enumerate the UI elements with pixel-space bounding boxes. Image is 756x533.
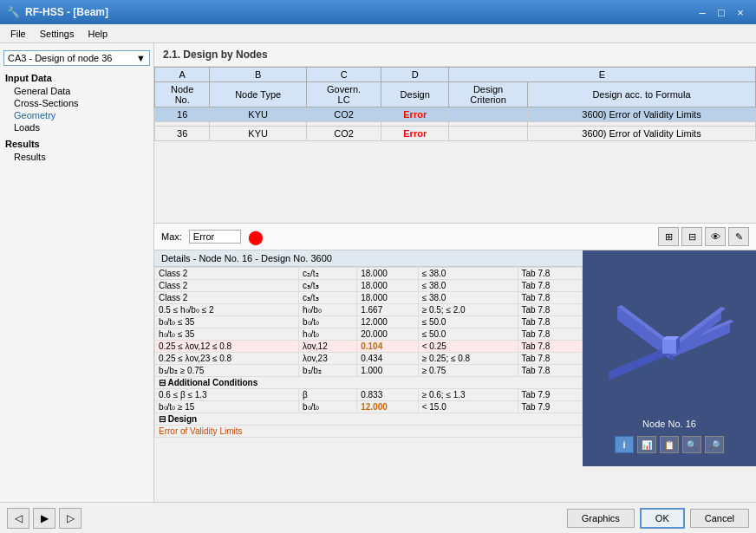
details-class: Class 2 xyxy=(155,280,299,292)
toolbar-right: Graphics OK Cancel xyxy=(567,508,749,529)
details-table: Class 2 c₂/t₂ 18.000 ≤ 38.0 Tab 7.8 Clas… xyxy=(154,267,583,438)
col-header-e: E xyxy=(449,68,756,82)
table-icon-1[interactable]: ⊞ xyxy=(658,227,679,246)
table-row[interactable]: 36 KYU CO2 Error 3600) Error of Validity… xyxy=(155,127,756,141)
cell-design: Error xyxy=(381,127,449,141)
error-validity-label: Error of Validity Limits xyxy=(155,426,583,438)
window-title: RF-HSS - [Beam] xyxy=(25,6,108,18)
details-class: 0.25 ≤ λov,23 ≤ 0.8 xyxy=(155,353,299,365)
col-sub-design: Design xyxy=(381,82,449,107)
right-action-bar: i 📊 📋 🔍 🔎 xyxy=(615,436,724,453)
details-value: 0.833 xyxy=(357,389,419,401)
details-ref: Tab 7.8 xyxy=(518,341,583,353)
bottom-toolbar: ◁ ▶ ▷ Graphics OK Cancel xyxy=(0,502,756,533)
ok-button[interactable]: OK xyxy=(640,508,685,529)
table-icon-4[interactable]: ✎ xyxy=(728,227,749,246)
maximize-button[interactable]: □ xyxy=(713,4,730,20)
max-label: Max: xyxy=(161,231,182,242)
close-button[interactable]: × xyxy=(732,4,749,20)
details-formula: β xyxy=(298,389,356,401)
details-class: b₀/t₀ ≥ 15 xyxy=(155,401,299,413)
sidebar-section-title-results: Results xyxy=(0,137,153,151)
case-dropdown[interactable]: CA3 - Design of node 36 ▼ xyxy=(3,50,150,66)
search-button[interactable]: 🔎 xyxy=(705,436,724,453)
design-table: A B C D E NodeNo. Node Type Govern.LC De… xyxy=(154,67,756,141)
details-row: Class 2 c₃/t₃ 18.000 ≤ 38.0 Tab 7.8 xyxy=(155,292,583,304)
graphics-button[interactable]: Graphics xyxy=(567,509,635,528)
case-dropdown-value: CA3 - Design of node 36 xyxy=(8,53,112,63)
sidebar-item-cross-sections[interactable]: Cross-Sections xyxy=(0,97,153,109)
details-formula: c₂/t₂ xyxy=(298,268,356,280)
beam-3d-visualization xyxy=(591,259,747,415)
table-row[interactable]: 16 KYU CO2 Error 3600) Error of Validity… xyxy=(155,107,756,122)
list-button[interactable]: 📋 xyxy=(660,436,679,453)
menu-help[interactable]: Help xyxy=(81,27,114,41)
details-value: 1.000 xyxy=(357,365,419,377)
app-icon: 🔧 xyxy=(7,6,20,18)
design-table-scroll[interactable]: A B C D E NodeNo. Node Type Govern.LC De… xyxy=(154,67,756,223)
sidebar-section-input: Input Data General Data Cross-Sections G… xyxy=(0,69,153,135)
minimize-button[interactable]: – xyxy=(694,4,711,20)
table-icon-bar: ⊞ ⊟ 👁 ✎ xyxy=(658,227,749,246)
table-icon-3[interactable]: 👁 xyxy=(705,227,726,246)
sidebar-item-general-data[interactable]: General Data xyxy=(0,85,153,97)
sidebar-section-results: Results Results xyxy=(0,135,153,165)
cell-lc: CO2 xyxy=(306,107,381,122)
sidebar-item-geometry[interactable]: Geometry xyxy=(0,109,153,121)
title-bar-left: 🔧 RF-HSS - [Beam] xyxy=(7,6,108,18)
cell-node-no: 36 xyxy=(155,127,210,141)
col-sub-govern-lc: Govern.LC xyxy=(306,82,381,107)
details-limit: < 0.25 xyxy=(418,341,518,353)
details-formula: c₃/t₃ xyxy=(298,280,356,292)
details-section-header: ⊟ Design xyxy=(155,413,583,426)
details-value: 20.000 xyxy=(357,328,419,341)
zoom-button[interactable]: 🔍 xyxy=(682,436,701,453)
bottom-section: Details - Node No. 16 - Design No. 3600 … xyxy=(154,250,756,466)
play-button[interactable]: ▶ xyxy=(33,508,55,529)
details-formula: λov,12 xyxy=(298,341,356,353)
sidebar-section-title-input: Input Data xyxy=(0,71,153,85)
forward-button[interactable]: ▷ xyxy=(59,508,81,529)
details-value-orange: 12.000 xyxy=(357,401,419,413)
menu-file[interactable]: File xyxy=(3,27,33,41)
details-limit: < 15.0 xyxy=(418,401,518,413)
svg-rect-13 xyxy=(662,340,676,354)
details-limit: ≥ 0.6; ≤ 1.3 xyxy=(418,389,518,401)
details-value: 0.434 xyxy=(357,353,419,365)
details-limit: ≥ 0.5; ≤ 2.0 xyxy=(418,304,518,316)
sidebar-item-loads[interactable]: Loads xyxy=(0,121,153,133)
details-limit: ≤ 50.0 xyxy=(418,316,518,328)
details-limit: ≤ 38.0 xyxy=(418,268,518,280)
cell-node-type: KYU xyxy=(210,127,306,141)
info-button[interactable]: i xyxy=(615,436,634,453)
details-scroll[interactable]: Class 2 c₂/t₂ 18.000 ≤ 38.0 Tab 7.8 Clas… xyxy=(154,267,583,466)
cancel-button[interactable]: Cancel xyxy=(690,509,749,528)
col-header-c: C xyxy=(306,68,381,82)
details-limit: ≤ 38.0 xyxy=(418,280,518,292)
cell-node-no: 16 xyxy=(155,107,210,122)
chart-button[interactable]: 📊 xyxy=(637,436,656,453)
details-row: Error of Validity Limits xyxy=(155,426,583,438)
content-header: 2.1. Design by Nodes xyxy=(154,43,756,67)
upper-section: CA3 - Design of node 36 ▼ Input Data Gen… xyxy=(0,43,756,502)
details-formula: b₀/t₀ xyxy=(298,401,356,413)
details-header: Details - Node No. 16 - Design No. 3600 xyxy=(154,250,583,267)
sidebar-item-results[interactable]: Results xyxy=(0,151,153,163)
cell-formula: 3600) Error of Validity Limits xyxy=(527,107,755,122)
details-row: Class 2 c₃/t₃ 18.000 ≤ 38.0 Tab 7.8 xyxy=(155,280,583,292)
details-ref: Tab 7.8 xyxy=(518,268,583,280)
back-button[interactable]: ◁ xyxy=(7,508,29,529)
details-ref: Tab 7.8 xyxy=(518,365,583,377)
table-icon-2[interactable]: ⊟ xyxy=(681,227,702,246)
details-formula: b₀/t₀ xyxy=(298,316,356,328)
details-ref: Tab 7.8 xyxy=(518,292,583,304)
details-formula: λov,23 xyxy=(298,353,356,365)
details-class: b₀/t₀ ≤ 35 xyxy=(155,316,299,328)
details-value: 18.000 xyxy=(357,268,419,280)
menu-settings[interactable]: Settings xyxy=(33,27,81,41)
details-class: 0.5 ≤ h₀/b₀ ≤ 2 xyxy=(155,304,299,316)
max-input[interactable] xyxy=(189,230,241,244)
cell-lc: CO2 xyxy=(306,127,381,141)
details-right-panel: Node No. 16 i 📊 📋 🔍 🔎 xyxy=(583,250,756,466)
max-row-area: Max: ⬤ ⊞ ⊟ 👁 ✎ xyxy=(154,223,756,250)
